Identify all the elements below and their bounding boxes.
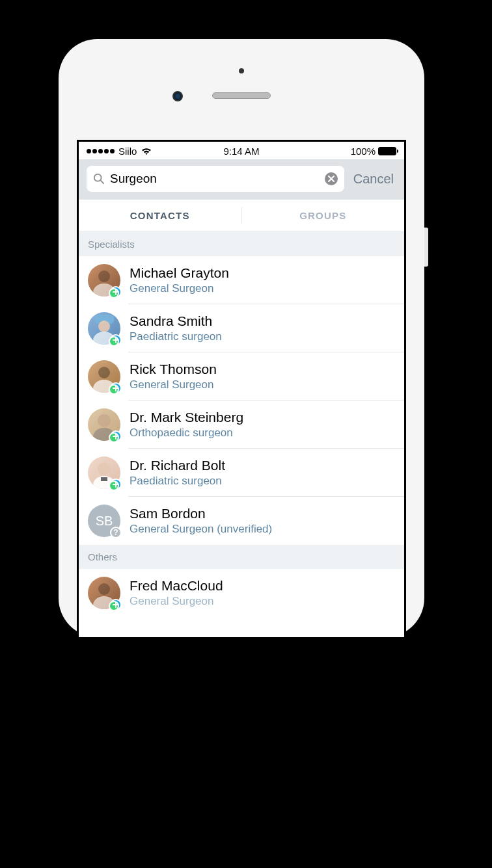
avatar xyxy=(88,264,120,296)
svg-rect-13 xyxy=(101,477,107,481)
avatar xyxy=(88,456,120,489)
contact-row[interactable]: SB ? Sam Bordon General Surgeon (unverif… xyxy=(79,497,404,545)
avatar: SB ? xyxy=(88,505,120,537)
svg-line-1 xyxy=(101,181,104,184)
avatar xyxy=(88,312,120,345)
verified-badge-icon xyxy=(110,334,122,346)
contact-subtitle: General Surgeon xyxy=(130,595,395,608)
phone-frame: Siilo 9:14 AM 100% Cance xyxy=(59,39,424,637)
contact-row[interactable]: Rick Thomson General Surgeon xyxy=(79,352,404,401)
contact-row[interactable]: Dr. Richard Bolt Paediatric surgeon xyxy=(79,449,404,497)
contact-text: Sandra Smith Paediatric surgeon xyxy=(130,313,395,343)
avatar xyxy=(88,408,120,441)
status-right: 100% xyxy=(351,146,396,157)
svg-point-5 xyxy=(98,321,110,332)
wifi-icon xyxy=(141,147,152,156)
side-button xyxy=(424,228,428,267)
verified-badge-icon xyxy=(110,286,122,298)
verified-badge-icon xyxy=(110,599,122,611)
verified-badge-icon xyxy=(110,479,122,490)
screen: Siilo 9:14 AM 100% Cance xyxy=(77,140,406,637)
tabs: CONTACTS GROUPS xyxy=(79,200,404,232)
avatar xyxy=(88,577,120,609)
svg-point-2 xyxy=(98,270,110,282)
contact-subtitle: Paediatric surgeon xyxy=(130,475,395,488)
contact-subtitle: General Surgeon xyxy=(130,378,395,391)
contact-name: Dr. Mark Steinberg xyxy=(130,410,395,425)
cancel-button[interactable]: Cancel xyxy=(353,172,396,187)
contact-row[interactable]: Dr. Mark Steinberg Orthopaedic surgeon xyxy=(79,401,404,449)
verified-badge-icon xyxy=(110,382,122,394)
contact-text: Rick Thomson General Surgeon xyxy=(130,362,395,391)
contact-text: Dr. Mark Steinberg Orthopaedic surgeon xyxy=(130,410,395,440)
unverified-badge-icon: ? xyxy=(110,527,122,538)
front-camera xyxy=(172,91,183,101)
avatar xyxy=(88,360,120,393)
contact-name: Rick Thomson xyxy=(130,362,395,377)
tab-groups[interactable]: GROUPS xyxy=(242,200,405,231)
clear-search-button[interactable] xyxy=(325,172,338,185)
contact-name: Sam Bordon xyxy=(130,506,395,521)
contact-subtitle: General Surgeon (unverified) xyxy=(130,523,395,536)
sensor-dot xyxy=(239,68,244,73)
contact-text: Michael Grayton General Surgeon xyxy=(130,265,395,295)
signal-icon xyxy=(87,149,115,153)
status-bar: Siilo 9:14 AM 100% xyxy=(79,142,404,159)
search-box[interactable] xyxy=(87,166,344,192)
contact-text: Sam Bordon General Surgeon (unverified) xyxy=(130,506,395,536)
contact-subtitle: Paediatric surgeon xyxy=(130,330,395,343)
search-area: Cancel xyxy=(79,159,404,200)
contact-row[interactable]: Fred MacCloud General Surgeon xyxy=(79,569,404,612)
contact-row[interactable]: Michael Grayton General Surgeon xyxy=(79,256,404,304)
battery-icon xyxy=(378,147,396,155)
contact-list-specialists: Michael Grayton General Surgeon Sandra S… xyxy=(79,256,404,545)
svg-point-14 xyxy=(98,583,110,595)
phone-top xyxy=(59,39,424,124)
status-time: 9:14 AM xyxy=(223,146,259,157)
search-input[interactable] xyxy=(110,172,325,186)
contact-text: Dr. Richard Bolt Paediatric surgeon xyxy=(130,458,395,488)
contact-subtitle: Orthopaedic surgeon xyxy=(130,427,395,440)
contact-list-others: Fred MacCloud General Surgeon xyxy=(79,569,404,612)
speaker-grille xyxy=(212,92,271,99)
svg-point-0 xyxy=(94,174,102,181)
contact-text: Fred MacCloud General Surgeon xyxy=(130,578,395,608)
battery-percent: 100% xyxy=(351,146,376,157)
svg-point-11 xyxy=(98,462,111,475)
contact-row[interactable]: Sandra Smith Paediatric surgeon xyxy=(79,304,404,352)
contact-name: Dr. Richard Bolt xyxy=(130,458,395,473)
status-left: Siilo xyxy=(87,146,152,157)
search-icon xyxy=(93,173,105,185)
contact-subtitle: General Surgeon xyxy=(130,282,395,295)
section-header-others: Others xyxy=(79,545,404,569)
contact-name: Michael Grayton xyxy=(130,265,395,281)
carrier-label: Siilo xyxy=(118,146,137,157)
svg-point-7 xyxy=(98,367,110,378)
tab-contacts[interactable]: CONTACTS xyxy=(79,200,241,231)
contact-name: Fred MacCloud xyxy=(130,578,395,594)
contact-name: Sandra Smith xyxy=(130,313,395,329)
verified-badge-icon xyxy=(110,430,122,442)
section-header-specialists: Specialists xyxy=(79,232,404,256)
svg-point-9 xyxy=(98,414,111,427)
